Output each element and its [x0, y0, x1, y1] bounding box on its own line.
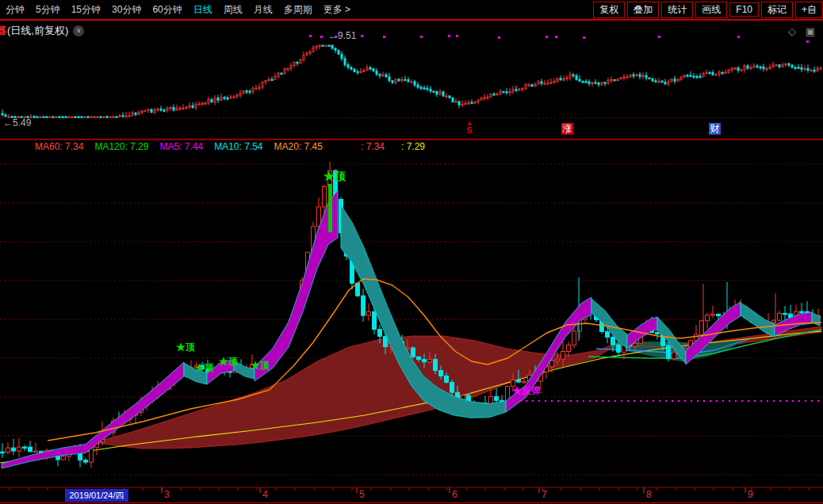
page-title: (日线,前复权)	[7, 24, 68, 38]
tab-10[interactable]: 更多 >	[318, 3, 356, 17]
tab-8[interactable]: 月线	[248, 3, 278, 17]
toolbar-button[interactable]: 画线	[695, 2, 727, 18]
ma-value: MA20: 7.45	[274, 141, 323, 152]
month-label: 8	[646, 489, 652, 500]
tab-2[interactable]: 5分钟	[30, 3, 66, 17]
signal-marker: ★顶	[195, 361, 214, 375]
tab-5[interactable]: 60分钟	[147, 3, 187, 17]
mini-candlestick-series	[2, 45, 821, 118]
ma-value: MA10: 7.54	[214, 141, 262, 152]
stock-name-partial: 器	[0, 24, 6, 38]
signal-marker: ★顶	[219, 355, 238, 368]
watermark-s: ▲S	[466, 120, 473, 133]
toolbar-button[interactable]: +自	[795, 2, 823, 18]
mini-low-label: ←5.49	[3, 117, 31, 128]
ma-extra-value: : 7.34	[361, 141, 385, 152]
title-row: 器 (日线,前复权) ∨ ◇ ▣	[0, 21, 823, 40]
month-label: 4	[262, 489, 268, 500]
tab-6[interactable]: 日线	[188, 3, 218, 17]
toolbar-button[interactable]: 标记	[761, 2, 793, 18]
stock-chart-canvas[interactable]	[0, 0, 823, 504]
time-axis: 2019/01/24/四 3456789	[0, 488, 823, 504]
ma-extra-value: : 7.29	[401, 141, 425, 152]
watermark-财: 财	[709, 123, 721, 135]
up-arrow-icon: ▲	[466, 120, 473, 127]
ribbon-bands	[2, 190, 820, 468]
toolbar-button[interactable]: F10	[729, 2, 759, 17]
separators	[0, 20, 823, 503]
month-label: 9	[748, 489, 753, 500]
signal-marker: ★顶	[251, 359, 270, 372]
watermark-涨: 涨	[561, 123, 573, 135]
chevron-down-icon[interactable]: ∨	[73, 25, 84, 36]
month-label: 3	[164, 489, 170, 500]
green-signal-bar	[328, 184, 332, 232]
ma-value: MA120: 7.29	[94, 141, 148, 152]
ma-value: MA5: 7.44	[159, 141, 203, 152]
period-tabs: 分钟5分钟15分钟30分钟60分钟日线周线月线多周期更多 >	[0, 3, 356, 17]
tab-7[interactable]: 周线	[218, 3, 248, 17]
tab-3[interactable]: 15分钟	[66, 3, 106, 17]
month-label: 7	[542, 489, 547, 500]
ma-values-row: MA60: 7.34MA120: 7.29MA5: 7.44MA10: 7.54…	[0, 141, 823, 154]
toolbar-button[interactable]: 复权	[593, 2, 625, 18]
period-toolbar: 分钟5分钟15分钟30分钟60分钟日线周线月线多周期更多 > 复权叠加统计画线F…	[0, 0, 823, 19]
signal-marker: ★顶	[176, 341, 195, 354]
toolbar-buttons: 复权叠加统计画线F10标记+自	[591, 2, 823, 18]
tab-9[interactable]: 多周期	[278, 3, 318, 17]
month-label: 6	[452, 489, 457, 500]
tab-4[interactable]: 30分钟	[106, 3, 147, 17]
mini-high-label: ←9.51	[328, 30, 356, 41]
month-label: 5	[359, 489, 365, 500]
tab-1[interactable]: 分钟	[0, 3, 30, 17]
signal-marker: ★顶	[323, 170, 346, 184]
date-label: 2019/01/24/四	[65, 489, 128, 502]
toolbar-button[interactable]: 统计	[661, 2, 693, 18]
corner-tool-icons[interactable]: ◇ ▣	[788, 25, 818, 37]
ma-value: MA60: 7.34	[35, 141, 83, 152]
main-gridlines	[0, 164, 823, 475]
toolbar-button[interactable]: 叠加	[627, 2, 659, 18]
indicator-areas	[95, 326, 821, 449]
signal-marker: ★反弹	[512, 384, 541, 398]
